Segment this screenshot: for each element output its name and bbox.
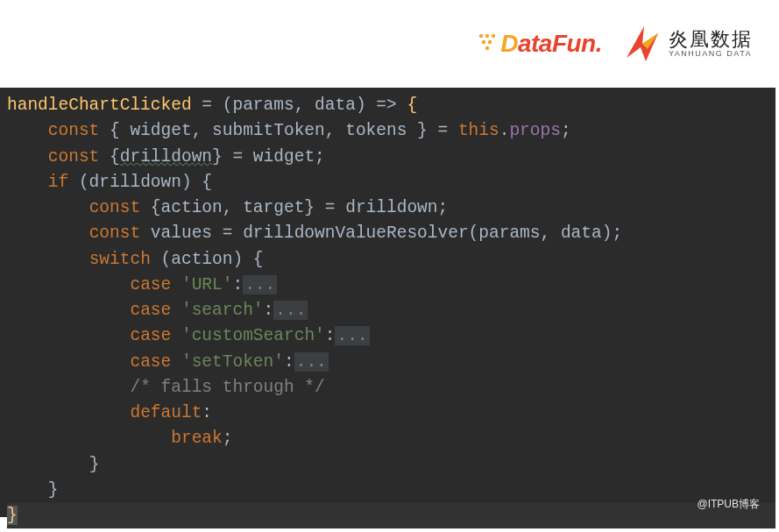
t: = (	[192, 96, 233, 115]
fold-marker[interactable]: ...	[294, 352, 329, 372]
t: { widget, submitToken, tokens } =	[99, 121, 458, 140]
yanhuang-cn: 炎凰数据	[669, 29, 753, 50]
t: props	[509, 121, 561, 140]
yanhuang-logo: 炎凰数据 YANHUANG DATA	[620, 23, 753, 65]
t: }	[48, 480, 59, 500]
svg-point-2	[492, 34, 495, 38]
t: ;	[223, 429, 233, 448]
fold-marker[interactable]: ...	[335, 326, 369, 345]
bird-icon	[620, 23, 662, 65]
t: 'search'	[181, 301, 264, 320]
t: params, data	[232, 96, 355, 115]
t: 'setToken'	[181, 352, 284, 372]
t: const	[48, 121, 100, 140]
code-editor[interactable]: handleChartClicked = (params, data) => {…	[0, 88, 775, 517]
t: :	[264, 301, 274, 320]
t: this	[458, 121, 499, 140]
t: ;	[561, 121, 571, 140]
t: :	[325, 326, 336, 345]
t: default	[130, 403, 202, 422]
t: :	[284, 352, 294, 372]
t: const	[48, 147, 100, 167]
datafun-logo: DataFun.	[476, 30, 602, 58]
t: 'customSearch'	[181, 326, 325, 345]
datafun-rest: ataFun	[518, 30, 596, 57]
warn-drilldown: drilldown	[120, 147, 212, 167]
fold-marker[interactable]: ...	[243, 275, 277, 294]
t: break	[171, 429, 223, 448]
t: (drilldown) {	[68, 173, 212, 192]
t: }	[89, 455, 100, 474]
svg-point-4	[488, 40, 492, 44]
t: const	[89, 198, 141, 217]
datafun-text: DataFun.	[500, 30, 602, 58]
datafun-dots-icon	[476, 31, 499, 57]
code-fn-name: handleChartClicked	[7, 96, 192, 115]
svg-point-1	[485, 34, 489, 38]
t: {	[99, 147, 119, 167]
t: case	[130, 301, 171, 320]
t: case	[130, 326, 171, 345]
svg-point-3	[482, 40, 485, 44]
t: 'URL'	[181, 275, 233, 294]
t: {	[407, 96, 417, 115]
t: .	[499, 121, 510, 140]
closing-brace: }	[7, 506, 18, 525]
yanhuang-label: 炎凰数据 YANHUANG DATA	[669, 29, 753, 59]
fold-marker[interactable]: ...	[273, 301, 308, 320]
t: case	[130, 275, 171, 294]
svg-point-0	[479, 34, 483, 38]
t: :	[232, 275, 243, 294]
t: (action) {	[151, 250, 264, 269]
watermark: @ITPUB博客	[697, 496, 760, 512]
t: const	[89, 223, 141, 243]
t: case	[130, 352, 171, 372]
t: switch	[89, 250, 151, 269]
svg-point-5	[485, 46, 489, 50]
t: values = drilldownValueResolver(params, …	[140, 223, 622, 243]
header: DataFun. 炎凰数据 YANHUANG DATA	[0, 0, 779, 88]
t: if	[48, 173, 68, 192]
t: :	[202, 403, 212, 422]
datafun-d: D	[500, 30, 518, 57]
t: } = widget;	[212, 147, 325, 167]
yanhuang-en: YANHUANG DATA	[669, 50, 753, 59]
code-comment: /* falls through */	[130, 378, 324, 397]
datafun-period: .	[596, 30, 602, 57]
t: ) =>	[356, 96, 407, 115]
t: {action, target} = drilldown;	[140, 198, 448, 217]
